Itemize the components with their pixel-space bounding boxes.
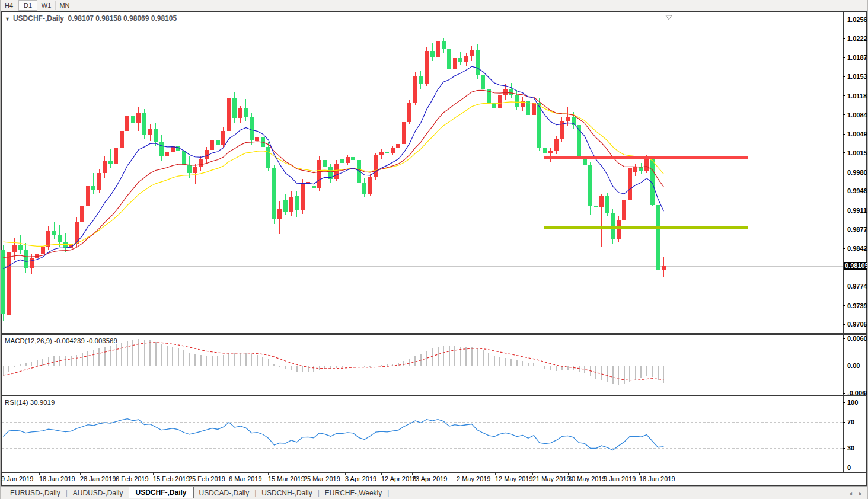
svg-text:15 Feb 2019: 15 Feb 2019 <box>153 475 190 482</box>
svg-text:0.97390: 0.97390 <box>847 302 868 309</box>
tab-audusd-daily[interactable]: AUDUSD-,Daily <box>68 488 129 498</box>
svg-text:0: 0 <box>847 464 851 471</box>
window-left-edge <box>0 0 1 499</box>
tf-button-w1[interactable]: W1 <box>37 1 56 10</box>
svg-text:12 May 2019: 12 May 2019 <box>495 475 533 482</box>
svg-text:1.02560: 1.02560 <box>847 16 868 23</box>
svg-text:1.00490: 1.00490 <box>847 130 868 137</box>
svg-text:1.00150: 1.00150 <box>847 149 868 156</box>
timeframe-toolbar: H4 D1 W1 MN <box>0 0 868 11</box>
svg-text:0.99110: 0.99110 <box>847 207 868 214</box>
svg-text:1.01870: 1.01870 <box>847 54 868 61</box>
svg-text:6 Mar 2019: 6 Mar 2019 <box>229 475 262 482</box>
svg-text:6 Feb 2019: 6 Feb 2019 <box>116 475 149 482</box>
svg-text:23 Apr 2019: 23 Apr 2019 <box>412 475 447 482</box>
svg-text:12 Apr 2019: 12 Apr 2019 <box>381 475 416 482</box>
svg-text:15 Mar 2019: 15 Mar 2019 <box>268 475 305 482</box>
svg-text:100: 100 <box>847 399 858 406</box>
tab-eurusd-daily[interactable]: EURUSD-,Daily <box>5 488 66 498</box>
svg-text:30: 30 <box>847 444 854 452</box>
svg-text:0.97050: 0.97050 <box>847 321 868 328</box>
svg-text:0.00: 0.00 <box>847 362 860 369</box>
svg-text:0.98420: 0.98420 <box>847 245 868 252</box>
svg-text:18 Jan 2019: 18 Jan 2019 <box>39 475 75 482</box>
svg-text:2 May 2019: 2 May 2019 <box>457 475 490 482</box>
candlestick-chart-canvas: 1.025601.022201.018701.015301.011801.008… <box>0 0 868 499</box>
svg-text:1.00840: 1.00840 <box>847 111 868 119</box>
svg-text:18 Jun 2019: 18 Jun 2019 <box>639 475 675 482</box>
tab-scroll-left-icon[interactable]: ◂ <box>849 490 852 497</box>
svg-text:30 May 2019: 30 May 2019 <box>568 475 606 482</box>
tab-separator: | <box>387 489 389 497</box>
svg-text:25 Mar 2019: 25 Mar 2019 <box>304 475 340 482</box>
tab-usdcad-daily[interactable]: USDCAD-,Daily <box>194 488 255 498</box>
svg-text:-0.006096: -0.006096 <box>847 389 868 396</box>
tab-scroll-right-icon[interactable]: ▸ <box>859 490 862 497</box>
svg-text:28 Jan 2019: 28 Jan 2019 <box>80 475 116 482</box>
symbol-tabbar: EURUSD-,Daily| AUDUSD-,Daily USDCHF-,Dai… <box>0 486 868 499</box>
svg-text:1.01530: 1.01530 <box>847 73 868 80</box>
svg-text:0.99800: 0.99800 <box>847 169 868 176</box>
svg-text:0.97740: 0.97740 <box>847 283 868 290</box>
tf-button-h4[interactable]: H4 <box>0 1 18 10</box>
svg-text:70: 70 <box>847 418 854 426</box>
svg-text:0.006058: 0.006058 <box>847 335 868 342</box>
current-price-tag: 0.98105 <box>844 262 868 270</box>
svg-text:9 Jun 2019: 9 Jun 2019 <box>604 475 636 482</box>
svg-text:3 Apr 2019: 3 Apr 2019 <box>345 475 376 482</box>
svg-text:25 Feb 2019: 25 Feb 2019 <box>189 475 225 482</box>
tf-button-mn[interactable]: MN <box>56 1 74 10</box>
svg-text:0.99460: 0.99460 <box>847 187 868 194</box>
tab-usdchf-daily[interactable]: USDCHF-,Daily <box>129 487 194 498</box>
svg-text:9 Jan 2019: 9 Jan 2019 <box>1 475 33 482</box>
tab-eurchf-weekly[interactable]: EURCHF-,Weekly <box>320 488 387 498</box>
svg-text:1.01180: 1.01180 <box>847 92 868 100</box>
svg-text:0.98770: 0.98770 <box>847 226 868 233</box>
svg-text:21 May 2019: 21 May 2019 <box>532 475 570 482</box>
tab-usdcnh-daily[interactable]: USDCNH-,Daily <box>256 488 317 498</box>
svg-text:1.02220: 1.02220 <box>847 35 868 42</box>
tf-button-d1[interactable]: D1 <box>18 0 37 11</box>
